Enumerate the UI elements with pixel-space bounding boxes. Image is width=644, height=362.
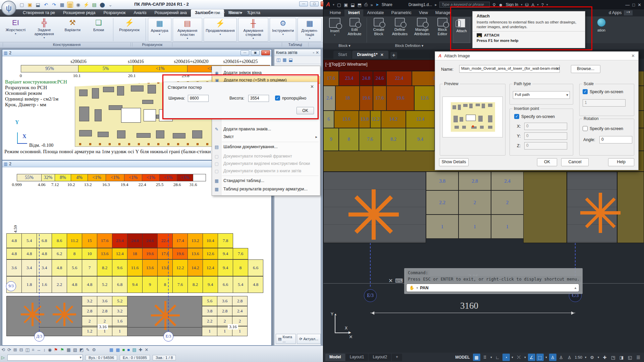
acad-minimize-button[interactable]: — xyxy=(625,2,630,7)
command-keyboard-icon[interactable]: ⌨ xyxy=(395,278,403,284)
status-tool-icon-19[interactable]: ■ xyxy=(122,347,125,353)
scale-specify-checkbox[interactable]: ✓ xyxy=(583,89,588,94)
poster-height-input[interactable]: 3554 xyxy=(248,95,269,102)
status-tool-icon-9[interactable]: ⚑ xyxy=(54,347,58,353)
status-tool-icon-22[interactable]: ✚ xyxy=(139,347,142,353)
layout-tab-layout2[interactable]: Layout2 xyxy=(369,354,391,361)
status-tool-icon-0[interactable]: ⟲ xyxy=(1,347,5,353)
play-icon[interactable]: ▷ xyxy=(1,355,5,361)
expand-icon[interactable]: ▴ xyxy=(575,286,576,290)
qat-icon-1[interactable]: ▣ xyxy=(27,2,33,8)
status-tool-icon-3[interactable]: ⊟ xyxy=(19,347,23,353)
qat-icon-11[interactable]: ⌄ xyxy=(107,2,113,8)
acad-tab-home[interactable]: Home xyxy=(326,9,344,16)
qat-icon-3[interactable]: ↶ xyxy=(43,2,49,8)
qat-icon-10[interactable]: ⬤ xyxy=(99,2,105,8)
statusbar-toggle-1[interactable]: ⠿ xyxy=(481,354,489,361)
statusbar-toggle-0[interactable]: ▦ xyxy=(473,354,480,361)
statusbar-toggle-19[interactable]: ◳ xyxy=(609,354,617,361)
viewport-controls-label[interactable]: [−][Top][2D Wireframe] xyxy=(325,62,367,67)
tab-featured-apps-partial[interactable]: d Apps xyxy=(609,10,622,15)
grid-bubble[interactable]: Е/3 xyxy=(163,331,173,342)
doc-restore-button[interactable]: ▣ xyxy=(251,50,260,55)
search-icon[interactable]: ⚲ xyxy=(492,2,496,7)
statusbar-toggle-8[interactable]: ∠ xyxy=(528,354,535,361)
browse-button[interactable]: Browse... xyxy=(571,65,600,73)
dropdown-icon[interactable]: ▾ xyxy=(417,286,418,290)
lira-tab-4[interactable]: Аналіз xyxy=(130,9,151,17)
poster-width-input[interactable]: 8600 xyxy=(188,95,209,102)
statusbar-toggle-21[interactable]: ◱ xyxy=(626,354,634,361)
tab-actualize[interactable]: ⟳Актуал... xyxy=(297,334,321,344)
close-icon[interactable]: ✕ xyxy=(316,50,319,55)
create-block-button[interactable]: Create Block xyxy=(369,17,389,43)
lira-tab-5[interactable]: Розширений ана xyxy=(151,9,191,17)
statusbar-toggle-14[interactable]: 1:50 xyxy=(574,354,583,361)
context-menu-item-6[interactable]: ▤Шаблони документування... xyxy=(212,143,320,150)
context-menu-item-3[interactable]: ✎Додати правила знаків... xyxy=(212,125,320,133)
statusbar-toggle-15[interactable]: ▾ xyxy=(584,354,587,361)
ribbon-button-інструменти[interactable]: ⚙Інструменти▾ xyxy=(270,18,296,42)
status-tool-icon-17[interactable]: ▦ xyxy=(109,347,113,353)
qat-icon-8[interactable]: ⚡ xyxy=(83,2,89,8)
rotation-specify-checkbox[interactable] xyxy=(583,126,588,131)
edit-attribute-button[interactable]: Edit Attribute xyxy=(344,17,365,43)
poster-ok-button[interactable]: OK xyxy=(297,107,314,114)
save-icon[interactable]: ⬓ xyxy=(351,2,355,7)
acad-close-button[interactable]: ✕ xyxy=(638,2,641,7)
status-tool-icon-18[interactable]: ▩ xyxy=(116,347,120,353)
acad-tab-view[interactable]: View xyxy=(415,9,432,16)
status-tool-icon-7[interactable]: ↕ xyxy=(43,347,46,353)
statusbar-toggle-12[interactable]: ♙ xyxy=(557,354,565,361)
pin-icon[interactable]: ▫ xyxy=(313,50,314,55)
statusbar-toggle-18[interactable]: ✚ xyxy=(601,354,608,361)
search-input[interactable]: Type a keyword or phrase xyxy=(439,2,490,8)
context-menu-item-4[interactable]: Зміст▸ xyxy=(212,133,320,140)
set-location-button-partial[interactable]: ation xyxy=(594,17,609,42)
lira-doc-window-top-titlebar[interactable]: ▥ 2 — ▣ ✕ xyxy=(2,50,271,56)
layout-tab-layout1[interactable]: Layout1 xyxy=(346,354,368,361)
lira-tab-1[interactable]: Створення та ре xyxy=(19,9,59,17)
context-menu-item-12[interactable]: ▦Таблиці результатів розрахунку арматури… xyxy=(212,185,320,193)
status-tool-icon-14[interactable]: ✎ xyxy=(86,347,90,353)
plot-icon[interactable]: ⎙ xyxy=(364,2,368,7)
ribbon-button-варіанти[interactable]: ⚒Варіанти xyxy=(59,17,86,42)
insert-block-button[interactable]: Insert▾ xyxy=(325,17,344,43)
grid-bubble[interactable]: Д/3 xyxy=(34,331,44,342)
ribbon-button-продавлювання[interactable]: ⚡Продавлювання▾ xyxy=(204,18,237,42)
autodesk-a-icon[interactable]: A xyxy=(531,2,534,7)
group-block-definition[interactable]: Block Definition ▾ xyxy=(367,44,451,48)
y-input[interactable]: 0 xyxy=(524,132,567,140)
statusbar-toggle-13[interactable]: ♙ xyxy=(566,354,573,361)
statusbar-toggle-10[interactable]: ▾ xyxy=(545,354,548,361)
z-input[interactable]: 0 xyxy=(524,142,567,149)
command-close-icon[interactable]: ✕ xyxy=(388,278,393,284)
statusbar-toggle-4[interactable]: ◔ xyxy=(502,354,510,361)
status-tool-icon-11[interactable]: ▦ xyxy=(66,347,70,353)
saveas-icon[interactable]: ⬒ xyxy=(358,2,362,7)
acad-tab-annotate[interactable]: Annotate xyxy=(363,9,387,16)
insertion-specify-checkbox[interactable]: ✓ xyxy=(514,114,519,119)
lira-tab-2[interactable]: Розширене реда xyxy=(59,9,99,17)
statusbar-toggle-20[interactable]: ◨ xyxy=(618,354,625,361)
ribbon-button-задане-армування[interactable]: ╬Задане армування▾ xyxy=(29,17,59,42)
store-icon[interactable]: ⛁ xyxy=(525,2,529,7)
lira-minimize-button[interactable]: — xyxy=(299,1,308,6)
close-icon[interactable]: ✕ xyxy=(310,84,314,89)
qat-icon-6[interactable]: ▥ xyxy=(67,2,73,8)
qat-icon-5[interactable]: ▦ xyxy=(59,2,65,8)
sign-in-button[interactable]: Sign In xyxy=(506,2,518,7)
statusbar-toggle-11[interactable]: ♙ xyxy=(549,354,556,361)
grid-bubble[interactable]: 9/3 xyxy=(6,281,16,291)
grid-bubble[interactable]: Е/3 xyxy=(364,289,377,302)
more-icon[interactable]: » xyxy=(370,2,373,7)
manage-attributes-button[interactable]: Manage Attributes xyxy=(411,17,433,43)
x-input[interactable]: 0 xyxy=(524,123,567,130)
statusbar-toggle-3[interactable]: ∟ xyxy=(494,354,501,361)
status-tool-icon-12[interactable]: ▧ xyxy=(73,347,77,353)
statusbar-toggle-17[interactable]: ▾ xyxy=(597,354,600,361)
report-save-icon[interactable]: ⬓ xyxy=(289,57,293,63)
lira-menu-Вікно[interactable]: Вікно ▾ xyxy=(229,10,243,15)
status-tool-icon-6[interactable]: ↔ xyxy=(37,347,41,353)
lira-app-logo-icon[interactable]: ψ xyxy=(1,1,16,15)
